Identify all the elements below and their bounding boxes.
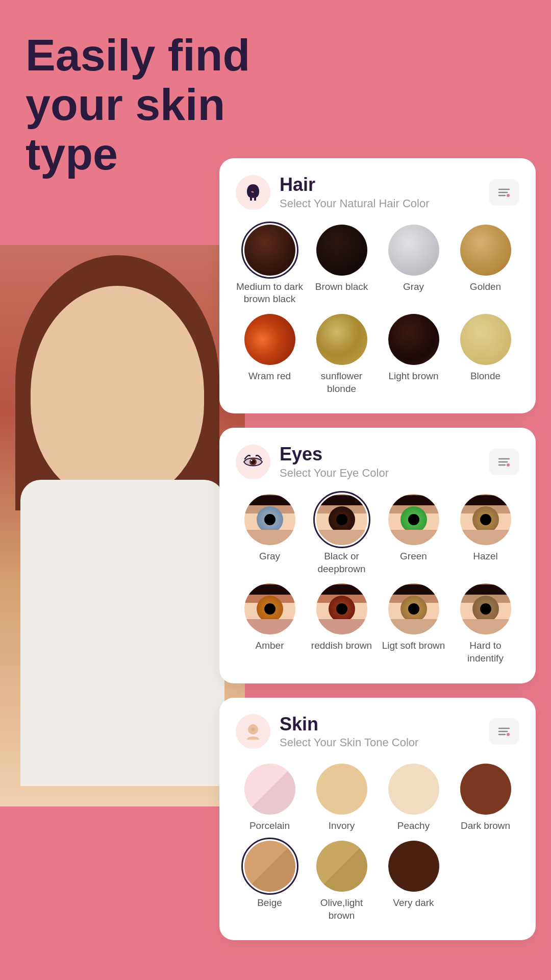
skin-card: Skin Select Your Skin Tone Color Porcela… xyxy=(219,698,536,941)
skin-very-dark-label: Very dark xyxy=(393,897,434,910)
skin-peachy-label: Peachy xyxy=(397,820,430,832)
skin-card-header: Skin Select Your Skin Tone Color xyxy=(236,714,519,750)
hair-warm-red-circle xyxy=(244,314,295,365)
svg-point-16 xyxy=(507,733,510,736)
skin-color-dark-brown[interactable]: Dark brown xyxy=(452,764,519,832)
eye-hazel-circle xyxy=(460,494,511,545)
skin-ivory-label: Invory xyxy=(329,820,355,832)
hair-blonde-circle xyxy=(460,314,511,365)
skin-olive-circle xyxy=(316,841,367,892)
eye-amber-circle xyxy=(244,583,295,634)
hair-title-group: Hair Select Your Natural Hair Color xyxy=(280,175,429,210)
eye-color-ligt-soft[interactable]: Ligt soft brown xyxy=(380,583,447,665)
skin-porcelain-label: Porcelain xyxy=(249,820,290,832)
eye-black-label: Black or deepbrown xyxy=(308,550,375,575)
skin-color-porcelain[interactable]: Porcelain xyxy=(236,764,304,832)
eye-ligt-circle xyxy=(388,583,439,634)
eye-green-label: Green xyxy=(400,550,427,563)
eye-color-hard-identify[interactable]: Hard to indentify xyxy=(452,583,519,665)
hero-title: Easily find your skin type xyxy=(26,31,291,179)
hair-sunflower-circle xyxy=(316,314,367,365)
hair-gray-label: Gray xyxy=(403,281,424,293)
eye-color-gray[interactable]: Gray xyxy=(236,494,304,575)
eyes-card: Eyes Select Your Eye Color xyxy=(219,428,536,683)
skin-color-grid: Porcelain Invory Peachy Dark brown Beige… xyxy=(236,764,519,922)
skin-subtitle: Select Your Skin Tone Color xyxy=(280,736,418,749)
skin-dark-brown-circle xyxy=(460,764,511,815)
hair-color-light-brown[interactable]: Light brown xyxy=(380,314,447,395)
hair-card-header: Hair Select Your Natural Hair Color xyxy=(236,175,519,210)
skin-very-dark-circle xyxy=(388,841,439,892)
svg-point-3 xyxy=(507,194,510,197)
eye-icon xyxy=(236,445,270,479)
eyes-filter-button[interactable] xyxy=(489,449,519,475)
skin-color-peachy[interactable]: Peachy xyxy=(380,764,447,832)
hair-color-sunflower[interactable]: sunflower blonde xyxy=(308,314,375,395)
skin-olive-label: Olive,light brown xyxy=(308,897,375,922)
eye-black-circle xyxy=(316,494,367,545)
skin-peachy-circle xyxy=(388,764,439,815)
svg-point-10 xyxy=(507,463,510,467)
hair-card: Hair Select Your Natural Hair Color Medi… xyxy=(219,158,536,413)
eye-hazel-label: Hazel xyxy=(473,550,498,563)
hair-brown-black-circle xyxy=(316,225,367,276)
eyes-header-left: Eyes Select Your Eye Color xyxy=(236,444,389,480)
eye-amber-label: Amber xyxy=(256,640,284,652)
svg-point-12 xyxy=(251,727,255,731)
hair-color-golden[interactable]: Golden xyxy=(452,225,519,306)
skin-porcelain-circle xyxy=(244,764,295,815)
eye-color-amber[interactable]: Amber xyxy=(236,583,304,665)
eye-reddish-label: reddish brown xyxy=(311,640,372,652)
skin-dark-brown-label: Dark brown xyxy=(461,820,510,832)
eyes-card-header: Eyes Select Your Eye Color xyxy=(236,444,519,480)
hair-color-brown-black[interactable]: Brown black xyxy=(308,225,375,306)
hair-filter-button[interactable] xyxy=(489,179,519,206)
hair-color-gray[interactable]: Gray xyxy=(380,225,447,306)
svg-point-6 xyxy=(251,460,253,461)
eye-color-black-deep[interactable]: Black or deepbrown xyxy=(308,494,375,575)
hair-gray-circle xyxy=(388,225,439,276)
skin-color-very-dark[interactable]: Very dark xyxy=(380,841,447,922)
hair-header-left: Hair Select Your Natural Hair Color xyxy=(236,175,429,210)
cards-container: Hair Select Your Natural Hair Color Medi… xyxy=(219,158,536,940)
eye-color-reddish-brown[interactable]: reddish brown xyxy=(308,583,375,665)
hair-light-brown-label: Light brown xyxy=(388,370,438,383)
skin-title: Skin xyxy=(280,714,418,734)
hair-medium-dark-label: Medium to dark brown black xyxy=(236,281,304,306)
hair-color-grid: Medium to dark brown black Brown black G… xyxy=(236,225,519,396)
eye-hard-circle xyxy=(460,583,511,634)
skin-ivory-circle xyxy=(316,764,367,815)
hair-color-medium-dark[interactable]: Medium to dark brown black xyxy=(236,225,304,306)
eyes-subtitle: Select Your Eye Color xyxy=(280,467,389,480)
eyes-title: Eyes xyxy=(280,444,389,464)
hair-color-warm-red[interactable]: Wram red xyxy=(236,314,304,395)
skin-beige-circle xyxy=(244,841,295,892)
person-face xyxy=(31,286,204,500)
skin-color-olive-light[interactable]: Olive,light brown xyxy=(308,841,375,922)
skin-color-ivory[interactable]: Invory xyxy=(308,764,375,832)
skin-beige-label: Beige xyxy=(257,897,282,910)
hair-medium-dark-circle xyxy=(244,225,295,276)
skin-icon xyxy=(236,714,270,749)
hero-section: Easily find your skin type xyxy=(26,31,291,179)
hair-blonde-label: Blonde xyxy=(470,370,500,383)
hair-brown-black-label: Brown black xyxy=(315,281,368,293)
skin-title-group: Skin Select Your Skin Tone Color xyxy=(280,714,418,750)
eyes-title-group: Eyes Select Your Eye Color xyxy=(280,444,389,480)
skin-color-beige[interactable]: Beige xyxy=(236,841,304,922)
hair-title: Hair xyxy=(280,175,429,195)
eye-color-green[interactable]: Green xyxy=(380,494,447,575)
hair-subtitle: Select Your Natural Hair Color xyxy=(280,197,429,210)
hair-color-blonde[interactable]: Blonde xyxy=(452,314,519,395)
person-photo xyxy=(0,245,245,806)
eye-gray-label: Gray xyxy=(259,550,280,563)
eye-reddish-circle xyxy=(316,583,367,634)
hair-warm-red-label: Wram red xyxy=(248,370,291,383)
skin-filter-button[interactable] xyxy=(489,718,519,745)
hair-light-brown-circle xyxy=(388,314,439,365)
eye-hard-label: Hard to indentify xyxy=(452,640,519,665)
eye-color-hazel[interactable]: Hazel xyxy=(452,494,519,575)
eyes-color-grid: Gray Black or deepbrown xyxy=(236,494,519,665)
hair-sunflower-label: sunflower blonde xyxy=(308,370,375,395)
skin-header-left: Skin Select Your Skin Tone Color xyxy=(236,714,418,750)
